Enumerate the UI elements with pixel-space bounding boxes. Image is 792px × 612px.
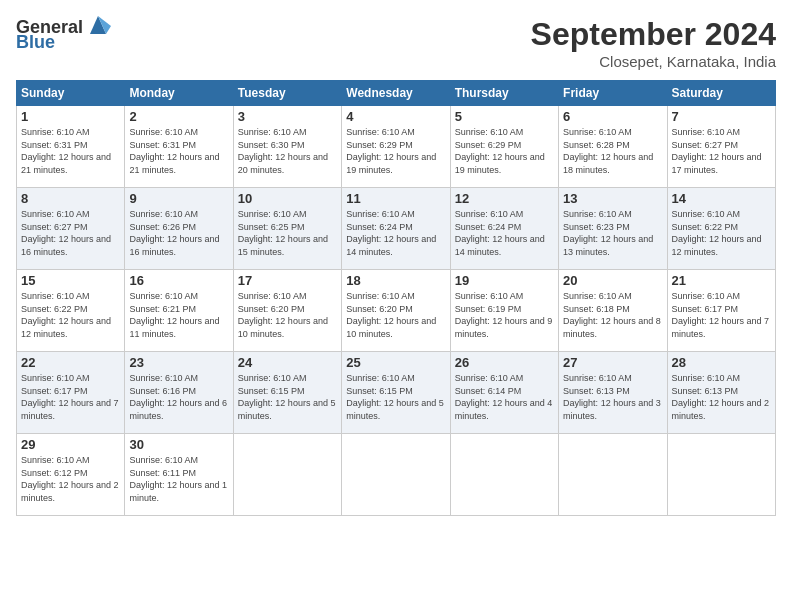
calendar-cell: 15 Sunrise: 6:10 AMSunset: 6:22 PMDaylig… bbox=[17, 270, 125, 352]
month-year: September 2024 bbox=[531, 16, 776, 53]
col-thursday: Thursday bbox=[450, 81, 558, 106]
day-info: Sunrise: 6:10 AMSunset: 6:30 PMDaylight:… bbox=[238, 127, 328, 175]
day-number: 19 bbox=[455, 273, 554, 288]
day-info: Sunrise: 6:10 AMSunset: 6:23 PMDaylight:… bbox=[563, 209, 653, 257]
day-info: Sunrise: 6:10 AMSunset: 6:12 PMDaylight:… bbox=[21, 455, 119, 503]
day-number: 6 bbox=[563, 109, 662, 124]
day-number: 22 bbox=[21, 355, 120, 370]
page: General Blue September 2024 Closepet, Ka… bbox=[0, 0, 792, 612]
col-saturday: Saturday bbox=[667, 81, 775, 106]
calendar-cell: 24 Sunrise: 6:10 AMSunset: 6:15 PMDaylig… bbox=[233, 352, 341, 434]
day-number: 28 bbox=[672, 355, 771, 370]
calendar-cell: 30 Sunrise: 6:10 AMSunset: 6:11 PMDaylig… bbox=[125, 434, 233, 516]
day-number: 29 bbox=[21, 437, 120, 452]
header: General Blue September 2024 Closepet, Ka… bbox=[16, 16, 776, 70]
calendar-cell: 29 Sunrise: 6:10 AMSunset: 6:12 PMDaylig… bbox=[17, 434, 125, 516]
calendar-cell: 26 Sunrise: 6:10 AMSunset: 6:14 PMDaylig… bbox=[450, 352, 558, 434]
day-info: Sunrise: 6:10 AMSunset: 6:13 PMDaylight:… bbox=[563, 373, 661, 421]
day-number: 16 bbox=[129, 273, 228, 288]
calendar-cell bbox=[342, 434, 450, 516]
col-friday: Friday bbox=[559, 81, 667, 106]
day-info: Sunrise: 6:10 AMSunset: 6:19 PMDaylight:… bbox=[455, 291, 553, 339]
day-info: Sunrise: 6:10 AMSunset: 6:22 PMDaylight:… bbox=[672, 209, 762, 257]
day-number: 13 bbox=[563, 191, 662, 206]
calendar-cell: 20 Sunrise: 6:10 AMSunset: 6:18 PMDaylig… bbox=[559, 270, 667, 352]
day-info: Sunrise: 6:10 AMSunset: 6:16 PMDaylight:… bbox=[129, 373, 227, 421]
day-number: 7 bbox=[672, 109, 771, 124]
day-info: Sunrise: 6:10 AMSunset: 6:20 PMDaylight:… bbox=[346, 291, 436, 339]
day-info: Sunrise: 6:10 AMSunset: 6:31 PMDaylight:… bbox=[129, 127, 219, 175]
calendar-row: 1 Sunrise: 6:10 AMSunset: 6:31 PMDayligh… bbox=[17, 106, 776, 188]
calendar-cell: 14 Sunrise: 6:10 AMSunset: 6:22 PMDaylig… bbox=[667, 188, 775, 270]
col-wednesday: Wednesday bbox=[342, 81, 450, 106]
col-tuesday: Tuesday bbox=[233, 81, 341, 106]
calendar-cell: 27 Sunrise: 6:10 AMSunset: 6:13 PMDaylig… bbox=[559, 352, 667, 434]
day-number: 1 bbox=[21, 109, 120, 124]
day-info: Sunrise: 6:10 AMSunset: 6:17 PMDaylight:… bbox=[21, 373, 119, 421]
calendar-cell: 4 Sunrise: 6:10 AMSunset: 6:29 PMDayligh… bbox=[342, 106, 450, 188]
calendar-cell: 16 Sunrise: 6:10 AMSunset: 6:21 PMDaylig… bbox=[125, 270, 233, 352]
day-number: 17 bbox=[238, 273, 337, 288]
day-info: Sunrise: 6:10 AMSunset: 6:17 PMDaylight:… bbox=[672, 291, 770, 339]
day-number: 26 bbox=[455, 355, 554, 370]
day-number: 23 bbox=[129, 355, 228, 370]
day-info: Sunrise: 6:10 AMSunset: 6:27 PMDaylight:… bbox=[672, 127, 762, 175]
calendar-cell: 23 Sunrise: 6:10 AMSunset: 6:16 PMDaylig… bbox=[125, 352, 233, 434]
day-info: Sunrise: 6:10 AMSunset: 6:13 PMDaylight:… bbox=[672, 373, 770, 421]
logo-icon bbox=[85, 12, 111, 38]
calendar-cell: 10 Sunrise: 6:10 AMSunset: 6:25 PMDaylig… bbox=[233, 188, 341, 270]
day-number: 27 bbox=[563, 355, 662, 370]
calendar-cell bbox=[559, 434, 667, 516]
day-number: 9 bbox=[129, 191, 228, 206]
calendar-table: Sunday Monday Tuesday Wednesday Thursday… bbox=[16, 80, 776, 516]
day-info: Sunrise: 6:10 AMSunset: 6:25 PMDaylight:… bbox=[238, 209, 328, 257]
day-number: 3 bbox=[238, 109, 337, 124]
calendar-cell bbox=[450, 434, 558, 516]
day-info: Sunrise: 6:10 AMSunset: 6:31 PMDaylight:… bbox=[21, 127, 111, 175]
calendar-cell: 1 Sunrise: 6:10 AMSunset: 6:31 PMDayligh… bbox=[17, 106, 125, 188]
day-number: 18 bbox=[346, 273, 445, 288]
day-number: 11 bbox=[346, 191, 445, 206]
calendar-cell: 9 Sunrise: 6:10 AMSunset: 6:26 PMDayligh… bbox=[125, 188, 233, 270]
day-info: Sunrise: 6:10 AMSunset: 6:15 PMDaylight:… bbox=[238, 373, 336, 421]
calendar-cell: 2 Sunrise: 6:10 AMSunset: 6:31 PMDayligh… bbox=[125, 106, 233, 188]
day-info: Sunrise: 6:10 AMSunset: 6:29 PMDaylight:… bbox=[455, 127, 545, 175]
logo-blue: Blue bbox=[16, 32, 55, 53]
logo: General Blue bbox=[16, 16, 111, 53]
day-number: 24 bbox=[238, 355, 337, 370]
col-sunday: Sunday bbox=[17, 81, 125, 106]
day-number: 14 bbox=[672, 191, 771, 206]
day-info: Sunrise: 6:10 AMSunset: 6:29 PMDaylight:… bbox=[346, 127, 436, 175]
day-number: 2 bbox=[129, 109, 228, 124]
calendar-cell: 12 Sunrise: 6:10 AMSunset: 6:24 PMDaylig… bbox=[450, 188, 558, 270]
day-number: 30 bbox=[129, 437, 228, 452]
title-block: September 2024 Closepet, Karnataka, Indi… bbox=[531, 16, 776, 70]
day-number: 5 bbox=[455, 109, 554, 124]
calendar-row: 22 Sunrise: 6:10 AMSunset: 6:17 PMDaylig… bbox=[17, 352, 776, 434]
calendar-cell: 18 Sunrise: 6:10 AMSunset: 6:20 PMDaylig… bbox=[342, 270, 450, 352]
calendar-cell: 17 Sunrise: 6:10 AMSunset: 6:20 PMDaylig… bbox=[233, 270, 341, 352]
calendar-row: 15 Sunrise: 6:10 AMSunset: 6:22 PMDaylig… bbox=[17, 270, 776, 352]
day-number: 12 bbox=[455, 191, 554, 206]
day-info: Sunrise: 6:10 AMSunset: 6:28 PMDaylight:… bbox=[563, 127, 653, 175]
day-number: 20 bbox=[563, 273, 662, 288]
day-info: Sunrise: 6:10 AMSunset: 6:27 PMDaylight:… bbox=[21, 209, 111, 257]
day-info: Sunrise: 6:10 AMSunset: 6:15 PMDaylight:… bbox=[346, 373, 444, 421]
col-monday: Monday bbox=[125, 81, 233, 106]
calendar-row: 29 Sunrise: 6:10 AMSunset: 6:12 PMDaylig… bbox=[17, 434, 776, 516]
day-info: Sunrise: 6:10 AMSunset: 6:20 PMDaylight:… bbox=[238, 291, 328, 339]
day-info: Sunrise: 6:10 AMSunset: 6:24 PMDaylight:… bbox=[346, 209, 436, 257]
day-number: 25 bbox=[346, 355, 445, 370]
calendar-cell: 25 Sunrise: 6:10 AMSunset: 6:15 PMDaylig… bbox=[342, 352, 450, 434]
calendar-cell: 21 Sunrise: 6:10 AMSunset: 6:17 PMDaylig… bbox=[667, 270, 775, 352]
calendar-cell: 11 Sunrise: 6:10 AMSunset: 6:24 PMDaylig… bbox=[342, 188, 450, 270]
day-info: Sunrise: 6:10 AMSunset: 6:24 PMDaylight:… bbox=[455, 209, 545, 257]
calendar-cell: 6 Sunrise: 6:10 AMSunset: 6:28 PMDayligh… bbox=[559, 106, 667, 188]
day-number: 10 bbox=[238, 191, 337, 206]
day-number: 4 bbox=[346, 109, 445, 124]
calendar-cell: 3 Sunrise: 6:10 AMSunset: 6:30 PMDayligh… bbox=[233, 106, 341, 188]
calendar-cell: 22 Sunrise: 6:10 AMSunset: 6:17 PMDaylig… bbox=[17, 352, 125, 434]
calendar-cell bbox=[667, 434, 775, 516]
day-info: Sunrise: 6:10 AMSunset: 6:22 PMDaylight:… bbox=[21, 291, 111, 339]
calendar-cell: 8 Sunrise: 6:10 AMSunset: 6:27 PMDayligh… bbox=[17, 188, 125, 270]
